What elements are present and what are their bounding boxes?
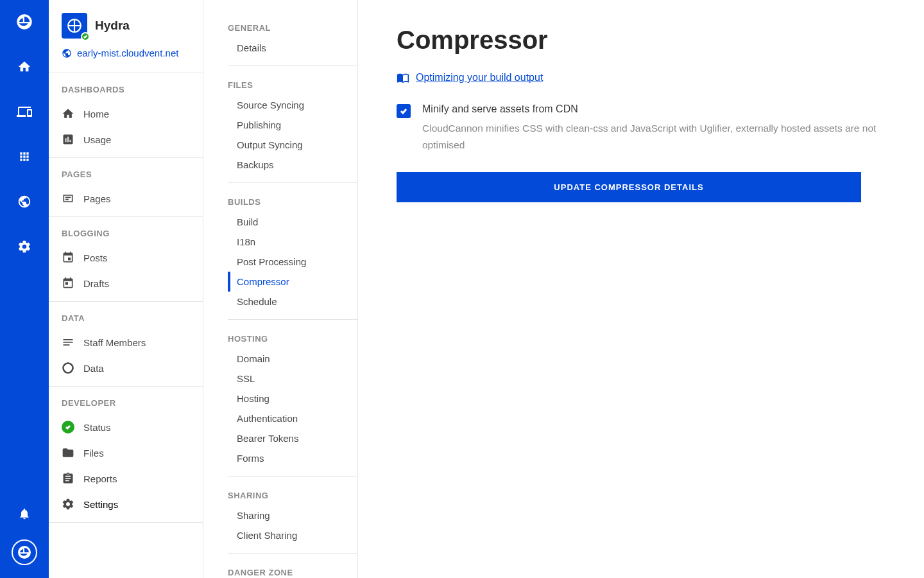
sidebar-item-label: Drafts bbox=[83, 278, 109, 289]
settings-item-bearer-tokens[interactable]: Bearer Tokens bbox=[228, 428, 357, 448]
rail-globe-icon[interactable] bbox=[12, 189, 37, 215]
settings-section-title: SHARING bbox=[203, 488, 357, 505]
event-icon bbox=[62, 251, 74, 264]
settings-item-hosting[interactable]: Hosting bbox=[228, 389, 357, 408]
sidebar-item-label: Settings bbox=[83, 499, 118, 510]
settings-item-authentication[interactable]: Authentication bbox=[228, 408, 357, 428]
sidebar-item-reports[interactable]: Reports bbox=[49, 466, 203, 491]
sidebar-item-drafts[interactable]: Drafts bbox=[49, 270, 203, 296]
rail-notifications-icon[interactable] bbox=[12, 501, 37, 527]
settings-section-title: HOSTING bbox=[203, 331, 357, 349]
settings-item-client-sharing[interactable]: Client Sharing bbox=[228, 525, 357, 545]
doc-link[interactable]: Optimizing your build output bbox=[397, 71, 886, 84]
settings-item-compressor[interactable]: Compressor bbox=[228, 272, 357, 292]
sidebar-item-label: Posts bbox=[83, 252, 108, 263]
settings-item-publishing[interactable]: Publishing bbox=[228, 115, 357, 135]
sidebar-item-staff-members[interactable]: Staff Members bbox=[49, 329, 203, 355]
notes-icon bbox=[62, 336, 74, 349]
settings-item-i18n[interactable]: I18n bbox=[228, 232, 357, 252]
sidebar-item-label: Home bbox=[83, 109, 109, 119]
sidebar-item-data[interactable]: Data bbox=[49, 355, 203, 381]
project-url-link[interactable]: early-mist.cloudvent.net bbox=[62, 48, 190, 67]
project-title: Hydra bbox=[95, 19, 130, 33]
rail-home-icon[interactable] bbox=[12, 54, 37, 80]
sidebar-item-pages[interactable]: Pages bbox=[49, 186, 203, 211]
settings-nav: GENERALDetailsFILESSource SyncingPublish… bbox=[203, 0, 358, 578]
settings-item-source-syncing[interactable]: Source Syncing bbox=[228, 95, 357, 115]
status-badge-icon bbox=[81, 32, 90, 41]
sidebar-item-label: Pages bbox=[83, 193, 111, 204]
sidebar-item-label: Reports bbox=[83, 473, 117, 484]
settings-item-details[interactable]: Details bbox=[228, 38, 357, 58]
settings-item-schedule[interactable]: Schedule bbox=[228, 292, 357, 311]
settings-item-sharing[interactable]: Sharing bbox=[228, 505, 357, 525]
home-icon bbox=[62, 107, 74, 120]
app-logo-icon[interactable] bbox=[12, 9, 37, 35]
book-icon bbox=[397, 71, 409, 84]
rail-avatar-icon[interactable] bbox=[12, 539, 37, 565]
settings-item-forms[interactable]: Forms bbox=[228, 448, 357, 468]
page-icon bbox=[62, 192, 74, 205]
settings-item-output-syncing[interactable]: Output Syncing bbox=[228, 135, 357, 155]
checkbox-label: Minify and serve assets from CDN bbox=[422, 103, 886, 115]
settings-section-title: DANGER ZONE bbox=[203, 565, 357, 578]
minify-checkbox[interactable] bbox=[397, 104, 411, 118]
sidebar-section-title: BLOGGING bbox=[49, 226, 203, 245]
sidebar-item-label: Data bbox=[83, 363, 104, 374]
sidebar-item-status[interactable]: Status bbox=[49, 414, 203, 440]
sidebar-item-label: Files bbox=[83, 448, 104, 459]
check-icon bbox=[399, 107, 408, 116]
sidebar-section-title: DASHBOARDS bbox=[49, 82, 203, 101]
status-ok-icon bbox=[62, 421, 74, 434]
sidebar-section-title: DATA bbox=[49, 311, 203, 329]
doc-link-text[interactable]: Optimizing your build output bbox=[416, 72, 543, 83]
sidebar-item-usage[interactable]: Usage bbox=[49, 127, 203, 152]
chart-icon bbox=[62, 133, 74, 146]
checkbox-description: CloudCannon minifies CSS with clean-css … bbox=[422, 120, 886, 154]
sidebar-item-home[interactable]: Home bbox=[49, 101, 203, 127]
update-button[interactable]: UPDATE COMPRESSOR DETAILS bbox=[397, 172, 861, 202]
rail-devices-icon[interactable] bbox=[12, 99, 37, 125]
donut-icon bbox=[62, 362, 74, 374]
rail-apps-icon[interactable] bbox=[12, 144, 37, 170]
page-heading: Compressor bbox=[397, 26, 886, 55]
rail-settings-icon[interactable] bbox=[12, 234, 37, 259]
settings-item-backups[interactable]: Backups bbox=[228, 155, 357, 175]
sidebar-item-posts[interactable]: Posts bbox=[49, 245, 203, 270]
sidebar-section-title: PAGES bbox=[49, 167, 203, 186]
settings-section-title: BUILDS bbox=[203, 195, 357, 212]
settings-item-ssl[interactable]: SSL bbox=[228, 369, 357, 389]
assignment-icon bbox=[62, 472, 74, 485]
today-icon bbox=[62, 277, 74, 290]
settings-section-title: FILES bbox=[203, 78, 357, 95]
project-url: early-mist.cloudvent.net bbox=[77, 48, 178, 58]
project-sidebar: Hydra early-mist.cloudvent.net DASHBOARD… bbox=[49, 0, 203, 578]
sidebar-item-label: Status bbox=[83, 422, 111, 433]
sidebar-item-files[interactable]: Files bbox=[49, 440, 203, 466]
settings-item-domain[interactable]: Domain bbox=[228, 349, 357, 369]
sidebar-item-label: Staff Members bbox=[83, 337, 146, 348]
project-logo-icon bbox=[62, 13, 87, 39]
sidebar-section-title: DEVELOPER bbox=[49, 396, 203, 414]
settings-item-build[interactable]: Build bbox=[228, 212, 357, 232]
sidebar-item-settings[interactable]: Settings bbox=[49, 491, 203, 517]
settings-item-post-processing[interactable]: Post Processing bbox=[228, 252, 357, 272]
global-nav-rail bbox=[0, 0, 49, 578]
main-content: Compressor Optimizing your build output … bbox=[358, 0, 924, 578]
gear-icon bbox=[62, 498, 74, 511]
settings-section-title: GENERAL bbox=[203, 21, 357, 38]
sidebar-item-label: Usage bbox=[83, 134, 111, 145]
globe-icon bbox=[62, 48, 72, 58]
folder-icon bbox=[62, 446, 74, 459]
